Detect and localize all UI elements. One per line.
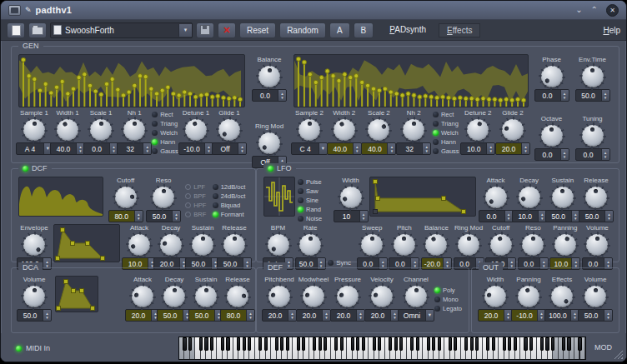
out-width-spinbox[interactable]: 20.0▴▾ — [478, 309, 513, 322]
lfo-shape-noise-radio[interactable]: Noise — [298, 215, 322, 222]
delete-preset-button[interactable]: ✕ — [218, 22, 236, 38]
gen-window1-welch-radio[interactable]: Welch — [152, 129, 178, 137]
gen-detune1-knob[interactable] — [185, 119, 207, 141]
lfo-volume-knob[interactable] — [586, 234, 608, 256]
def-pitchbend-spinbox[interactable]: 20.0▴▾ — [262, 309, 297, 322]
black-key[interactable] — [464, 337, 468, 351]
dcf-reso-spinbox[interactable]: 50.0▴▾ — [146, 210, 181, 222]
lfo-bpm-knob[interactable] — [268, 234, 289, 256]
gen-nh1-knob[interactable] — [123, 119, 145, 141]
def-channel-dropdown-arrow-icon[interactable]: ▾ — [425, 310, 434, 321]
gen-detune1-spinbox[interactable]: -10.0▴▾ — [178, 142, 213, 155]
gen-sample1-knob[interactable] — [23, 119, 45, 141]
gen-scale2-knob[interactable] — [368, 119, 389, 141]
gen-width1-spinbox[interactable]: 40.0▴▾ — [50, 142, 85, 155]
gen-octave-knob[interactable] — [541, 125, 563, 147]
black-key[interactable] — [470, 337, 474, 351]
black-key[interactable] — [389, 337, 392, 351]
lfo-balance-knob[interactable] — [425, 234, 447, 256]
open-preset-button[interactable] — [28, 22, 47, 38]
gen-window1-triang-radio[interactable]: Triang — [152, 120, 178, 127]
gen-octave-spinner-buttons[interactable]: ▴▾ — [560, 149, 569, 160]
lfo-sync-checkbox[interactable]: Sync — [328, 259, 351, 267]
dca-volume-knob[interactable] — [23, 286, 45, 307]
gen-glide1-knob[interactable] — [218, 119, 240, 141]
black-key[interactable] — [449, 337, 452, 351]
help-button[interactable]: Help — [603, 26, 620, 35]
tab-effects[interactable]: Effects — [439, 23, 480, 37]
black-key[interactable] — [221, 337, 224, 351]
dcf-envelope-display[interactable] — [53, 224, 120, 262]
black-key[interactable] — [248, 337, 251, 351]
out-effects-knob[interactable] — [551, 286, 573, 307]
dcf-slope-24dboct-radio[interactable]: 24dB/oct — [213, 192, 246, 200]
preset-dropdown-arrow-icon[interactable]: ▾ — [178, 24, 192, 37]
lfo-led[interactable] — [268, 166, 273, 172]
black-key[interactable] — [529, 337, 533, 351]
gen-sample2-dropdown-arrow-icon[interactable]: ▾ — [319, 143, 327, 154]
save-preset-button[interactable] — [196, 22, 214, 38]
b-button[interactable]: B — [354, 22, 374, 38]
maximize-button[interactable]: ⌃ — [591, 6, 598, 14]
def-channel-knob[interactable] — [405, 286, 427, 307]
gen-nh2-spinbox[interactable]: 32▴▾ — [396, 142, 431, 155]
gen-nh1-spinner-buttons[interactable]: ▴▾ — [143, 143, 151, 154]
def-pitchbend-spinner-buttons[interactable]: ▴▾ — [288, 310, 296, 321]
dcf-filter-display[interactable] — [18, 177, 103, 217]
black-key[interactable] — [237, 337, 240, 351]
dca-sustain-knob[interactable] — [195, 286, 217, 307]
gen-scale2-spinner-buttons[interactable]: ▴▾ — [387, 143, 395, 154]
black-key[interactable] — [362, 337, 365, 351]
lfo-width-spinbox[interactable]: 10▴▾ — [334, 210, 369, 222]
lfo-ringmod-knob[interactable] — [458, 234, 479, 256]
black-key[interactable] — [524, 337, 527, 351]
lfo-cutoff-knob[interactable] — [490, 234, 512, 256]
gen-envtime-spinbox[interactable]: 50.0▴▾ — [575, 89, 610, 102]
dcf-decay-knob[interactable] — [160, 234, 182, 256]
gen-glide2-knob[interactable] — [502, 119, 524, 141]
gen-tuning-spinbox[interactable]: 0.0▴▾ — [575, 148, 610, 161]
gen-balance-knob[interactable] — [258, 66, 280, 87]
out-volume-spinner-buttons[interactable]: ▴▾ — [604, 310, 612, 321]
black-key[interactable] — [551, 337, 554, 351]
def-channel-combobox[interactable]: Omni▾ — [398, 309, 434, 322]
out-volume-spinbox[interactable]: 50.0▴▾ — [578, 309, 613, 322]
dcf-attack-knob[interactable] — [128, 234, 150, 256]
black-key[interactable] — [280, 337, 283, 351]
lfo-width-spinner-buttons[interactable]: ▴▾ — [359, 211, 368, 222]
a-button[interactable]: A — [329, 22, 350, 38]
black-key[interactable] — [351, 337, 354, 351]
gen-scale1-knob[interactable] — [90, 119, 112, 141]
dcf-led[interactable] — [23, 166, 28, 172]
dca-release-spinbox[interactable]: 80.0▴▾ — [220, 309, 255, 322]
black-key[interactable] — [438, 337, 441, 351]
close-button[interactable]: ✕ — [606, 4, 619, 17]
dcf-slope-12dboct-radio[interactable]: 12dB/oct — [213, 183, 246, 191]
black-key[interactable] — [275, 337, 278, 351]
black-key[interactable] — [410, 337, 414, 351]
gen-sample1-combobox[interactable]: A 4▾ — [16, 142, 53, 155]
black-key[interactable] — [540, 337, 544, 351]
black-key[interactable] — [243, 337, 246, 351]
black-key[interactable] — [514, 337, 517, 351]
dca-attack-spinbox[interactable]: 20.0▴▾ — [125, 309, 160, 322]
black-key[interactable] — [286, 337, 289, 351]
dca-release-spinner-buttons[interactable]: ▴▾ — [246, 310, 254, 321]
dca-envelope-display[interactable] — [55, 276, 98, 312]
dca-attack-knob[interactable] — [132, 286, 153, 307]
out-volume-knob[interactable] — [584, 286, 606, 307]
dca-sustain-spinbox[interactable]: 50.0▴▾ — [188, 309, 223, 322]
gen-ringmod-knob[interactable] — [258, 132, 280, 154]
gen-balance-spinner-buttons[interactable]: ▴▾ — [278, 90, 286, 101]
gen-window1-rect-radio[interactable]: Rect — [152, 111, 178, 118]
gen-glide1-spinner-buttons[interactable]: ▴▾ — [238, 143, 246, 154]
lfo-sustain-knob[interactable] — [552, 187, 574, 208]
lfo-wave-display[interactable] — [263, 177, 295, 217]
black-key[interactable] — [399, 337, 403, 351]
gen-detune2-spinbox[interactable]: 10.0▴▾ — [460, 142, 495, 155]
gen-width1-knob[interactable] — [57, 119, 78, 141]
gen-glide2-spinner-buttons[interactable]: ▴▾ — [521, 143, 529, 154]
dca-release-knob[interactable] — [227, 286, 248, 307]
gen-scale2-spinbox[interactable]: 40.0▴▾ — [361, 142, 396, 155]
def-pressure-spinbox[interactable]: 20.0▴▾ — [330, 309, 365, 322]
